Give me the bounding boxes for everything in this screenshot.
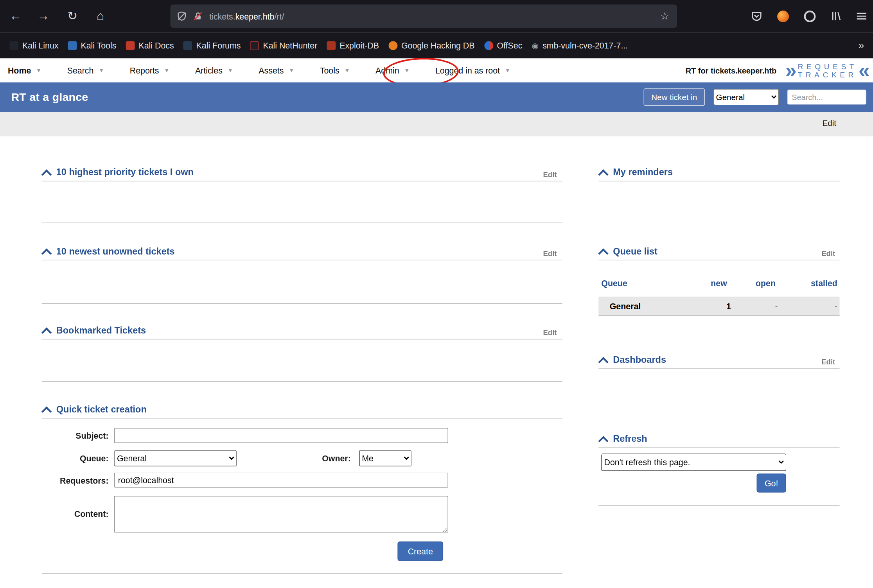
bookmark-offsec[interactable]: OffSec (484, 41, 523, 50)
shield-icon[interactable] (177, 11, 187, 21)
menu-admin[interactable]: Admin▼ (375, 66, 410, 75)
menu-tools[interactable]: Tools▼ (320, 66, 350, 75)
section-title[interactable]: 10 highest priority tickets I own (56, 167, 194, 177)
requestors-input[interactable] (114, 473, 448, 488)
home-icon[interactable]: ⌂ (89, 0, 111, 32)
collapse-icon[interactable] (41, 169, 52, 179)
col-queue[interactable]: Queue (598, 278, 690, 288)
queue-name[interactable]: General (598, 301, 695, 311)
chevron-down-icon: ▼ (344, 67, 350, 74)
bookmark-label: Kali Docs (138, 41, 174, 50)
menu-articles[interactable]: Articles▼ (195, 66, 233, 75)
new-ticket-button[interactable]: New ticket in (643, 88, 705, 106)
menu-reports[interactable]: Reports▼ (130, 66, 170, 75)
divider (42, 381, 562, 382)
ghdb-icon (388, 41, 397, 50)
bookmark-kali-tools[interactable]: Kali Tools (68, 41, 117, 50)
queue-label: Queue: (42, 454, 109, 463)
bookmark-label: Kali Forums (196, 41, 241, 50)
insecure-lock-icon[interactable] (193, 11, 203, 21)
menu-search[interactable]: Search▼ (67, 66, 104, 75)
chevron-down-icon: ▼ (36, 67, 41, 74)
divider (598, 260, 839, 260)
queue-table-header: Queue new open stalled (598, 278, 839, 288)
queue-stalled: - (778, 301, 840, 311)
go-button[interactable]: Go! (756, 473, 786, 492)
owner-select[interactable]: Me (359, 450, 411, 466)
back-icon[interactable]: ← (4, 0, 27, 32)
queue-open: - (731, 301, 778, 311)
bookmark-kali-nethunter[interactable]: Kali NetHunter (250, 41, 318, 50)
collapse-icon[interactable] (41, 406, 52, 416)
account-avatar-icon[interactable] (777, 10, 789, 22)
chevron-down-icon: ▼ (505, 67, 510, 74)
rt-menubar: Home▼ Search▼ Reports▼ Articles▼ Assets▼… (0, 58, 873, 82)
extension-icon[interactable] (804, 10, 816, 22)
section-title[interactable]: Quick ticket creation (56, 404, 147, 414)
pocket-icon[interactable] (751, 11, 762, 22)
header-search-input[interactable] (787, 90, 866, 104)
section-edit-link[interactable]: Edit (543, 328, 557, 337)
chevron-down-icon: ▼ (164, 67, 169, 74)
section-quick-ticket-creation: Quick ticket creation (42, 402, 562, 416)
section-title[interactable]: Refresh (613, 433, 647, 444)
divider (42, 339, 562, 339)
queue-table-row[interactable]: General 1 - - (598, 297, 839, 316)
bookmarks-overflow-icon[interactable]: » (858, 39, 864, 51)
section-title[interactable]: Bookmarked Tickets (56, 325, 146, 335)
section-edit-link[interactable]: Edit (543, 249, 557, 258)
bookmark-kali-docs[interactable]: Kali Docs (126, 41, 174, 50)
section-edit-link[interactable]: Edit (821, 249, 835, 258)
page-edit-link[interactable]: Edit (822, 118, 836, 127)
queue-new[interactable]: 1 (695, 301, 731, 311)
subject-input[interactable] (114, 428, 448, 443)
section-title[interactable]: Dashboards (613, 354, 666, 365)
collapse-icon[interactable] (598, 357, 608, 367)
bookmark-label: Google Hacking DB (401, 41, 475, 50)
bookmark-label: Kali NetHunter (263, 41, 317, 50)
bookmark-label: Kali Tools (81, 41, 116, 50)
kali-dragon-icon (9, 41, 18, 50)
section-title[interactable]: Queue list (613, 246, 657, 256)
create-button[interactable]: Create (397, 541, 443, 561)
queue-select[interactable]: General (114, 450, 237, 466)
bookmark-label: Kali Linux (22, 41, 59, 50)
content-textarea[interactable] (114, 496, 448, 532)
subject-label: Subject: (42, 431, 109, 440)
col-new[interactable]: new (690, 278, 727, 288)
bookmark-smb-vuln[interactable]: ◉ smb-vuln-cve-2017-7... (532, 41, 628, 50)
chevron-down-icon: ▼ (99, 67, 104, 74)
bookmark-star-icon[interactable]: ☆ (660, 10, 669, 22)
divider (598, 447, 839, 448)
bookmark-label: smb-vuln-cve-2017-7... (542, 41, 628, 50)
header-queue-select[interactable]: General (713, 89, 779, 105)
menu-assets[interactable]: Assets▼ (259, 66, 294, 75)
section-edit-link[interactable]: Edit (821, 358, 835, 366)
bookmark-google-hacking-db[interactable]: Google Hacking DB (388, 41, 474, 50)
collapse-icon[interactable] (598, 436, 608, 446)
section-title[interactable]: My reminders (613, 167, 673, 177)
section-dashboards: Dashboards Edit (598, 352, 839, 367)
bookmark-exploit-db[interactable]: Exploit-DB (327, 41, 379, 50)
refresh-select[interactable]: Don't refresh this page. (601, 454, 786, 471)
section-title[interactable]: 10 newest unowned tickets (56, 246, 175, 256)
bookmark-kali-forums[interactable]: Kali Forums (183, 41, 241, 50)
col-open[interactable]: open (727, 278, 776, 288)
forward-icon[interactable]: → (32, 0, 55, 32)
kali-tools-icon (68, 41, 77, 50)
bookmark-kali-linux[interactable]: Kali Linux (9, 41, 58, 50)
collapse-icon[interactable] (41, 248, 52, 258)
col-stalled[interactable]: stalled (776, 278, 840, 288)
menu-icon[interactable] (857, 13, 866, 20)
requestors-label: Requestors: (42, 476, 109, 485)
section-edit-link[interactable]: Edit (543, 170, 557, 179)
collapse-icon[interactable] (598, 248, 608, 258)
menu-logged-in-as-root[interactable]: Logged in as root▼ (435, 66, 510, 75)
url-bar[interactable]: tickets.keeper.htb/rt/ ☆ (171, 4, 677, 28)
library-icon[interactable] (831, 11, 842, 22)
collapse-icon[interactable] (598, 169, 608, 179)
chevron-down-icon: ▼ (404, 67, 410, 74)
collapse-icon[interactable] (41, 327, 52, 337)
reload-icon[interactable]: ↻ (61, 0, 84, 32)
menu-home[interactable]: Home▼ (8, 66, 41, 75)
